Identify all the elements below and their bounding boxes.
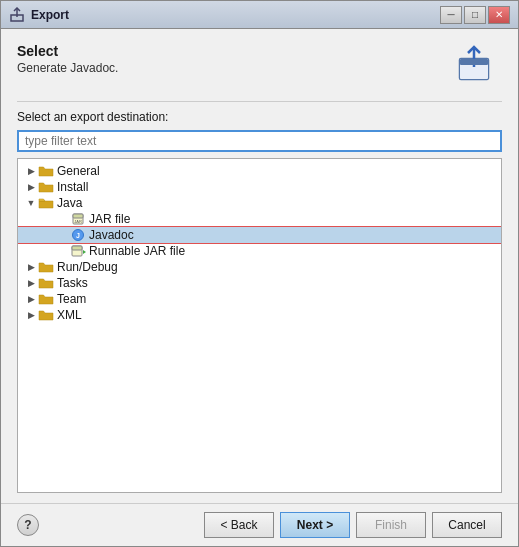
page-subtext: Generate Javadoc. [17,61,118,75]
toggle-general[interactable]: ▶ [24,164,38,178]
footer-left: ? [17,514,39,536]
tree-label-team: Team [57,292,86,306]
tree-item-install[interactable]: ▶ Install [18,179,501,195]
section-label: Select an export destination: [17,110,502,124]
finish-button[interactable]: Finish [356,512,426,538]
footer-buttons: < Back Next > Finish Cancel [204,512,502,538]
tree-label-install: Install [57,180,88,194]
tree-label-runnable-jar: Runnable JAR file [89,244,185,258]
svg-rect-3 [460,59,488,65]
close-button[interactable]: ✕ [488,6,510,24]
tree-item-general[interactable]: ▶ General [18,163,501,179]
tree-item-xml[interactable]: ▶ XML [18,307,501,323]
back-button[interactable]: < Back [204,512,274,538]
svg-text:JAR: JAR [74,219,82,224]
folder-icon-install [38,180,54,194]
toggle-tasks[interactable]: ▶ [24,276,38,290]
toggle-run-debug[interactable]: ▶ [24,260,38,274]
title-bar: Export ─ □ ✕ [1,1,518,29]
svg-rect-10 [72,246,82,250]
filter-input[interactable] [17,130,502,152]
minimize-button[interactable]: ─ [440,6,462,24]
jar-icon: JAR [70,212,86,226]
toggle-java[interactable]: ▼ [24,196,38,210]
help-button[interactable]: ? [17,514,39,536]
content-area: Select Generate Javadoc. Select an expor… [1,29,518,503]
divider [17,101,502,102]
folder-icon-java [38,196,54,210]
svg-rect-5 [73,214,83,218]
tree-item-jar-file[interactable]: ▶ JAR JAR file [18,211,501,227]
tree-item-runnable-jar[interactable]: ▶ Runnable JAR file [18,243,501,259]
tree-item-run-debug[interactable]: ▶ Run/Debug [18,259,501,275]
tree-item-team[interactable]: ▶ Team [18,291,501,307]
tree-container[interactable]: ▶ General ▶ Install ▼ Java [17,158,502,493]
tree-item-java[interactable]: ▼ Java [18,195,501,211]
folder-icon-run-debug [38,260,54,274]
window-title: Export [31,8,69,22]
tree-label-java: Java [57,196,82,210]
cancel-button[interactable]: Cancel [432,512,502,538]
export-icon [454,43,502,83]
toggle-xml[interactable]: ▶ [24,308,38,322]
page-heading: Select [17,43,118,59]
tree-label-run-debug: Run/Debug [57,260,118,274]
folder-icon-xml [38,308,54,322]
next-button[interactable]: Next > [280,512,350,538]
export-dialog: Export ─ □ ✕ Select Generate Javadoc. [0,0,519,547]
maximize-button[interactable]: □ [464,6,486,24]
header-left: Select Generate Javadoc. [17,43,118,75]
folder-icon-general [38,164,54,178]
tree-item-javadoc[interactable]: ▶ J Javadoc [18,227,501,243]
toggle-install[interactable]: ▶ [24,180,38,194]
tree-label-jar-file: JAR file [89,212,130,226]
javadoc-icon: J [70,228,86,242]
toggle-team[interactable]: ▶ [24,292,38,306]
header-section: Select Generate Javadoc. [17,43,502,83]
tree-label-general: General [57,164,100,178]
title-buttons: ─ □ ✕ [440,6,510,24]
folder-icon-team [38,292,54,306]
tree-item-tasks[interactable]: ▶ Tasks [18,275,501,291]
runnable-jar-icon [70,244,86,258]
window-icon [9,7,25,23]
folder-icon-tasks [38,276,54,290]
tree-label-tasks: Tasks [57,276,88,290]
dialog-footer: ? < Back Next > Finish Cancel [1,503,518,546]
export-svg-icon [458,45,498,81]
svg-text:J: J [76,232,80,239]
tree-label-xml: XML [57,308,82,322]
svg-marker-11 [83,250,86,254]
tree-label-javadoc: Javadoc [89,228,134,242]
